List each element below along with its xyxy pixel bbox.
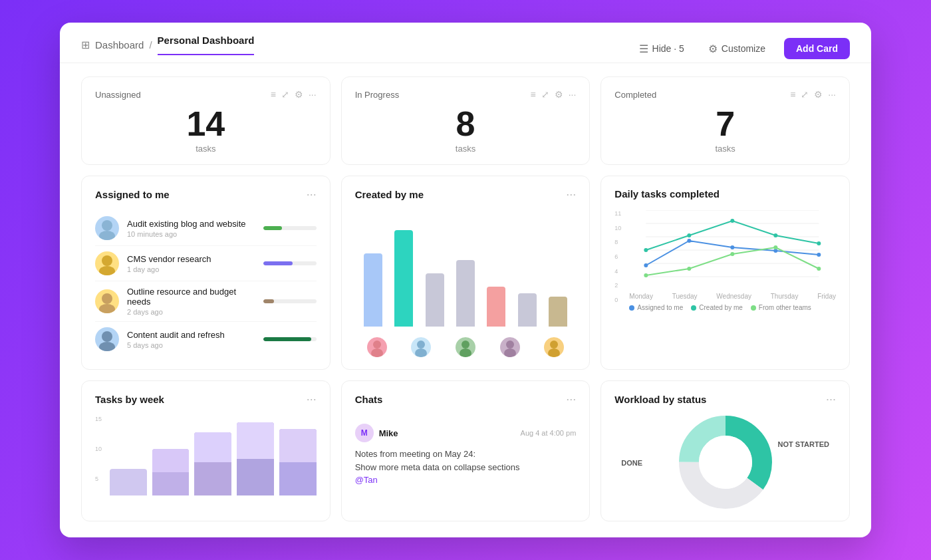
chats-menu[interactable]: ··· — [566, 393, 576, 405]
header: ⊞ Dashboard / Personal Dashboard ☰ Hide … — [60, 23, 871, 63]
settings-icon[interactable]: ⚙ — [295, 89, 303, 100]
chat-tag[interactable]: @Tan — [355, 474, 577, 487]
week-y-labels: 15 10 5 — [95, 416, 107, 482]
filter-icon-3[interactable]: ≡ — [790, 89, 795, 100]
content: Unassigned ≡ ⤢ ⚙ ··· 14 tasks In Progres… — [60, 63, 871, 537]
week-bar — [279, 429, 317, 495]
svg-point-12 — [462, 341, 469, 349]
stat-label-unassigned: Unassigned — [95, 90, 141, 100]
expand-icon[interactable]: ⤢ — [281, 89, 289, 100]
legend-other: From other teams — [751, 304, 811, 311]
bar — [394, 230, 413, 327]
workload-label-done: DONE — [621, 456, 642, 468]
donut-chart: DONE NOT STARTED — [614, 416, 836, 509]
svg-point-35 — [688, 267, 692, 271]
workload-label-notstarted: NOT STARTED — [778, 438, 829, 450]
task-name: Outline resource and budget needs — [127, 287, 255, 307]
svg-point-16 — [550, 341, 558, 349]
bar-avatar — [456, 337, 475, 357]
legend-dot-2 — [691, 305, 696, 311]
svg-point-13 — [460, 349, 471, 357]
week-bar — [237, 422, 274, 495]
progress-bar — [263, 337, 317, 341]
more-icon[interactable]: ··· — [309, 89, 317, 100]
stat-unit-completed: tasks — [614, 144, 836, 154]
tasks-week-menu[interactable]: ··· — [307, 393, 317, 405]
add-card-button[interactable]: Add Card — [784, 38, 850, 59]
bar — [426, 273, 444, 327]
stat-number-unassigned: 14 — [95, 106, 317, 141]
stat-icons-inprogress: ≡ ⤢ ⚙ ··· — [530, 89, 576, 100]
svg-point-6 — [102, 331, 112, 342]
task-info: CMS vendor research 1 day ago — [127, 254, 255, 273]
chart-legend: Assigned to me Created by me From other … — [614, 304, 836, 311]
chat-time: Aug 4 at 4:00 pm — [521, 429, 577, 437]
task-time: 5 days ago — [127, 341, 255, 349]
week-bar-group — [152, 416, 190, 495]
customize-button[interactable]: ⚙ Customize — [703, 40, 771, 58]
workload-menu[interactable]: ··· — [826, 393, 836, 405]
avatar — [95, 251, 119, 275]
expand-icon-2[interactable]: ⤢ — [541, 89, 549, 100]
hide-icon: ☰ — [639, 43, 648, 55]
week-bar — [152, 449, 190, 495]
progress-fill — [263, 226, 282, 230]
tasks-week-title: Tasks by week — [95, 394, 164, 405]
breadcrumb-link[interactable]: Dashboard — [95, 39, 144, 51]
svg-point-24 — [644, 263, 648, 267]
chat-sender: M Mike — [355, 424, 398, 442]
bar — [549, 297, 567, 327]
bottom-grid: Tasks by week ··· 15 10 5 — [81, 380, 850, 521]
avatar — [95, 216, 119, 240]
gear-icon: ⚙ — [708, 43, 718, 55]
settings-icon-2[interactable]: ⚙ — [555, 89, 563, 100]
more-icon-2[interactable]: ··· — [569, 89, 577, 100]
task-info: Audit existing blog and website 10 minut… — [127, 219, 255, 238]
svg-point-38 — [817, 267, 821, 271]
stat-card-completed: Completed ≡ ⤢ ⚙ ··· 7 tasks — [600, 76, 850, 165]
task-name: Content audit and refresh — [127, 330, 255, 340]
progress-bar — [263, 299, 317, 303]
filter-icon[interactable]: ≡ — [271, 89, 276, 100]
bar — [364, 253, 382, 327]
bar — [456, 260, 475, 327]
assigned-to-me-card: Assigned to me ··· Audit existing blog a… — [81, 176, 331, 370]
stat-label-completed: Completed — [614, 90, 656, 100]
week-bars — [95, 416, 317, 495]
stat-card-inprogress: In Progress ≡ ⤢ ⚙ ··· 8 tasks — [341, 76, 591, 165]
assigned-card-title: Assigned to me — [95, 189, 170, 200]
header-actions: ☰ Hide · 5 ⚙ Customize Add Card — [634, 38, 850, 59]
chat-name: Mike — [379, 428, 398, 438]
bar-avatars — [355, 327, 577, 357]
progress-fill — [263, 299, 274, 303]
workload-title: Workload by status — [614, 394, 706, 405]
expand-icon-3[interactable]: ⤢ — [801, 89, 809, 100]
hide-button[interactable]: ☰ Hide · 5 — [634, 40, 690, 58]
stat-label-inprogress: In Progress — [355, 90, 399, 100]
settings-icon-3[interactable]: ⚙ — [814, 89, 823, 100]
y-axis: 11 10 8 6 4 2 0 — [614, 210, 628, 303]
more-icon-3[interactable]: ··· — [828, 89, 836, 100]
task-info: Outline resource and budget needs 2 days… — [127, 287, 255, 316]
legend-dot — [629, 305, 634, 311]
task-item: CMS vendor research 1 day ago — [95, 246, 317, 281]
bar-avatar — [367, 337, 387, 357]
chat-header: M Mike Aug 4 at 4:00 pm — [355, 424, 577, 442]
svg-point-32 — [774, 233, 778, 237]
svg-point-10 — [417, 341, 425, 349]
created-by-me-card: Created by me ··· — [341, 176, 591, 370]
svg-point-37 — [774, 245, 778, 249]
task-name: CMS vendor research — [127, 254, 255, 264]
bar — [487, 287, 505, 327]
week-bar-group — [237, 416, 274, 495]
line-chart-svg — [614, 210, 836, 290]
line-chart: 11 10 8 6 4 2 0 — [614, 210, 836, 323]
svg-point-4 — [102, 293, 112, 304]
chat-item: M Mike Aug 4 at 4:00 pm Notes from meeti… — [355, 416, 577, 495]
chats-card: Chats ··· M Mike Aug 4 at 4:00 pm Notes … — [341, 380, 591, 521]
created-menu-button[interactable]: ··· — [566, 188, 576, 200]
filter-icon-2[interactable]: ≡ — [530, 89, 535, 100]
stat-unit-unassigned: tasks — [95, 144, 317, 154]
week-bar-group — [279, 416, 317, 495]
assigned-menu-button[interactable]: ··· — [307, 188, 317, 200]
